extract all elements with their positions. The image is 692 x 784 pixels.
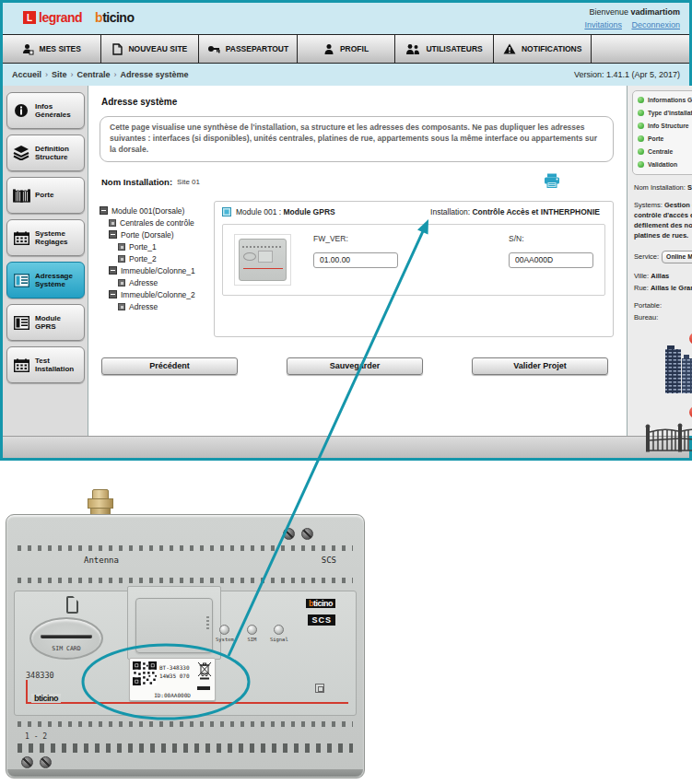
scs-terminal-label: SCS	[322, 556, 336, 565]
system-led-icon	[219, 625, 229, 635]
legrand-mark-icon: L	[23, 11, 36, 24]
antenna-connector	[88, 489, 113, 515]
app-body: Infos Générales Définition Structure Por…	[3, 86, 689, 436]
status-porte[interactable]: Porte+	[638, 134, 692, 143]
green-status-icon	[638, 135, 644, 142]
breadcrumb-site[interactable]: Site	[52, 70, 67, 79]
serial-sticker: BT-348330 14W35 070 ID:00AA000D	[129, 658, 216, 701]
app-window: L legrand bticino Bienvenue vadimartiom …	[0, 0, 692, 461]
led-signal: Signal	[270, 625, 288, 642]
tree-item-porte-1[interactable]: Porte_1	[100, 242, 206, 252]
tree-item-centrales[interactable]: Centrales de contrôle	[100, 218, 206, 228]
tab-notifications[interactable]: NOTIFICATIONS	[494, 35, 592, 63]
breadcrumb-bar: Accueil›Site›Centrale›Adresse système Ve…	[3, 64, 689, 86]
username: vadimartiom	[630, 7, 680, 17]
node-icon	[118, 255, 125, 263]
description-box: Cette page visualise une synthèse de l'i…	[100, 116, 614, 162]
legrand-logo: L legrand	[23, 10, 82, 25]
sidebar-item-porte[interactable]: Porte	[6, 177, 85, 214]
node-icon	[118, 303, 125, 310]
sn-input[interactable]	[509, 252, 593, 268]
tab-nouveau-site[interactable]: NOUVEAU SITE	[101, 35, 200, 63]
sidebar-item-definition-structure[interactable]: Définition Structure	[6, 135, 85, 171]
status-info-structure[interactable]: Info Structure+	[638, 121, 692, 130]
green-status-icon	[638, 123, 644, 129]
nav-filler	[592, 35, 689, 63]
print-icon[interactable]	[544, 173, 560, 192]
sidebar-item-adressage-systeme[interactable]: Adressage Système	[6, 262, 85, 298]
fw-ver-label: FW_VER:	[313, 234, 398, 243]
collapse-icon[interactable]	[109, 230, 117, 239]
fw-ver-input[interactable]	[313, 252, 398, 268]
summary-bureau: Bureau:	[634, 313, 692, 323]
precedent-button[interactable]: Précédent	[101, 357, 238, 375]
gprs-module-illustration: Antenna SCS SIM CARD bticino SCS S	[6, 514, 365, 778]
right-sidebar: Informations Générales+ Type d'installat…	[627, 86, 692, 436]
tree-item-immeuble-1[interactable]: Immeuble/Colonne_1	[100, 266, 206, 275]
fw-ver-field: FW_VER:	[313, 234, 398, 286]
screw-icon	[301, 528, 313, 540]
layers-icon	[12, 145, 30, 161]
terminal-1-2-label: 1 - 2	[25, 732, 47, 741]
tree-item-adresse-1[interactable]: Adresse	[100, 278, 206, 287]
tab-mes-sites[interactable]: MES SITES	[3, 35, 101, 63]
green-status-icon	[638, 110, 644, 116]
action-buttons: Précédent Sauvegarder Valider Projet	[101, 357, 612, 375]
status-informations-generales[interactable]: Informations Générales+	[638, 95, 692, 104]
breadcrumb-current: Adresse système	[121, 70, 189, 79]
tab-passepartout[interactable]: PASSEPARTOUT	[199, 35, 298, 63]
status-type-installation[interactable]: Type d'installation+	[638, 108, 692, 117]
tab-profil[interactable]: PROFIL	[298, 35, 396, 63]
summary-portable: Portable:	[634, 301, 692, 311]
device-body: Antenna SCS SIM CARD bticino SCS S	[6, 514, 365, 778]
breadcrumb-accueil[interactable]: Accueil	[12, 70, 41, 79]
status-centrale[interactable]: Centrale+	[638, 146, 692, 156]
led-indicators: System SIM Signal	[216, 625, 288, 642]
qr-code-icon	[133, 661, 157, 685]
breadcrumb-centrale[interactable]: Centrale	[77, 70, 111, 79]
status-validation[interactable]: Validation+	[638, 159, 692, 169]
service-label: Service:	[634, 252, 659, 263]
deconnexion-link[interactable]: Deconnexion	[631, 20, 680, 29]
sauvegarder-button[interactable]: Sauvegarder	[287, 357, 423, 375]
valider-projet-button[interactable]: Valider Projet	[472, 357, 608, 375]
node-icon	[109, 219, 116, 227]
sidebar-item-infos-generales[interactable]: Infos Générales	[6, 92, 85, 129]
invitations-link[interactable]: Invitations	[584, 20, 622, 29]
breadcrumb: Accueil›Site›Centrale›Adresse système	[12, 70, 189, 79]
tree-item-porte-dorsale[interactable]: Porte (Dorsale)	[100, 230, 206, 240]
tree-item-porte-2[interactable]: Porte_2	[100, 254, 206, 263]
tree-item-module-001[interactable]: Module 001(Dorsale)	[100, 206, 206, 216]
users-icon	[405, 43, 420, 55]
key-icon	[207, 43, 220, 54]
service-select[interactable]: Online Mng	[662, 251, 692, 263]
tree-item-immeuble-2[interactable]: Immeuble/Colonne_2	[100, 290, 206, 299]
collapse-icon[interactable]	[109, 290, 117, 298]
sidebar-item-test-installation[interactable]: Test Installation	[6, 346, 85, 383]
buildings-summary: 2	[632, 336, 692, 403]
test-grid-icon	[12, 357, 30, 373]
bticino-panel-wordmark: bticino	[31, 694, 61, 703]
led-sim: SIM	[247, 625, 257, 642]
calendar-grid-icon	[12, 229, 30, 246]
signal-led-icon	[274, 625, 284, 635]
module-panel: Module 001 : Module GPRS Installation: C…	[214, 201, 614, 337]
collapse-icon[interactable]	[109, 266, 117, 275]
access-flap	[127, 586, 221, 660]
content-row: Module 001(Dorsale) Centrales de contrôl…	[100, 201, 614, 337]
page-title: Adresse système	[101, 97, 614, 107]
bticino-device-logo: bticino	[306, 599, 335, 608]
tree-item-adresse-2[interactable]: Adresse	[100, 302, 206, 311]
tab-utilisateurs[interactable]: UTILISATEURS	[395, 35, 494, 63]
sim-card-icon	[66, 596, 78, 614]
sidebar-item-systeme-reglages[interactable]: Systeme Reglages	[6, 219, 85, 256]
sn-label: S/N:	[509, 234, 593, 243]
device-logos: bticino SCS	[306, 593, 335, 626]
vent-slots	[18, 545, 353, 551]
green-status-icon	[638, 97, 644, 103]
summary-ville: Ville: Aillas	[634, 272, 692, 282]
sticker-id: ID:00AA000D	[130, 692, 215, 698]
vent-slots	[18, 578, 353, 583]
collapse-icon[interactable]	[100, 206, 108, 215]
sidebar-item-module-gprs[interactable]: Module GPRS	[6, 304, 85, 341]
